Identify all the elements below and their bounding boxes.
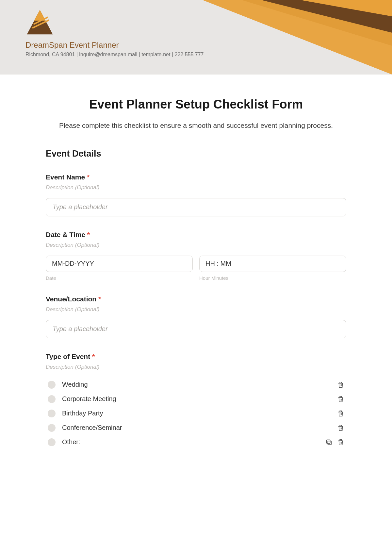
logo-icon bbox=[25, 8, 54, 37]
radio-button[interactable] bbox=[48, 395, 56, 403]
field-label: Date & Time * bbox=[46, 231, 346, 239]
form-subtitle: Please complete this checklist to ensure… bbox=[46, 120, 346, 131]
radio-label: Other: bbox=[62, 438, 321, 446]
field-type-of-event: Type of Event * Description (Optional) W… bbox=[46, 353, 346, 449]
venue-input[interactable] bbox=[46, 320, 346, 338]
svg-rect-8 bbox=[328, 441, 331, 445]
radio-list: Wedding Corporate Meeting Birthday Party… bbox=[46, 378, 346, 449]
radio-label: Birthday Party bbox=[62, 410, 333, 417]
form-title: Event Planner Setup Checklist Form bbox=[46, 97, 346, 111]
label-text: Venue/Location bbox=[46, 295, 96, 303]
section-heading-event-details: Event Details bbox=[46, 149, 346, 159]
time-sublabel: Hour Minutes bbox=[199, 275, 346, 281]
datetime-row: Date Hour Minutes bbox=[46, 256, 346, 281]
form-content: Event Planner Setup Checklist Form Pleas… bbox=[46, 75, 346, 463]
time-input[interactable] bbox=[199, 256, 346, 272]
field-label: Event Name * bbox=[46, 173, 346, 181]
radio-label: Corporate Meeting bbox=[62, 395, 333, 403]
trash-icon[interactable] bbox=[337, 410, 344, 417]
field-description: Description (Optional) bbox=[46, 306, 346, 313]
time-column: Hour Minutes bbox=[199, 256, 346, 281]
trash-icon[interactable] bbox=[337, 395, 344, 403]
radio-option-birthday: Birthday Party bbox=[46, 406, 346, 421]
trash-icon[interactable] bbox=[337, 424, 344, 432]
radio-button[interactable] bbox=[48, 438, 56, 446]
label-text: Event Name bbox=[46, 173, 85, 181]
radio-button[interactable] bbox=[48, 424, 56, 432]
radio-label: Conference/Seminar bbox=[62, 424, 333, 431]
field-label: Venue/Location * bbox=[46, 295, 346, 303]
label-text: Type of Event bbox=[46, 353, 90, 360]
trash-icon[interactable] bbox=[337, 381, 344, 389]
date-input[interactable] bbox=[46, 256, 193, 272]
radio-option-corporate: Corporate Meeting bbox=[46, 392, 346, 406]
trash-icon[interactable] bbox=[337, 438, 344, 446]
field-event-name: Event Name * Description (Optional) bbox=[46, 173, 346, 216]
radio-button[interactable] bbox=[48, 381, 56, 389]
date-column: Date bbox=[46, 256, 193, 281]
company-name: DreamSpan Event Planner bbox=[25, 41, 204, 50]
company-sub: Richmond, CA 94801 | inquire@dreamspan.m… bbox=[25, 52, 204, 58]
field-description: Description (Optional) bbox=[46, 364, 346, 370]
date-sublabel: Date bbox=[46, 275, 193, 281]
required-mark: * bbox=[87, 231, 90, 238]
required-mark: * bbox=[87, 173, 90, 181]
page-header: DreamSpan Event Planner Richmond, CA 948… bbox=[0, 0, 392, 75]
radio-option-conference: Conference/Seminar bbox=[46, 421, 346, 435]
field-venue: Venue/Location * Description (Optional) bbox=[46, 295, 346, 338]
field-description: Description (Optional) bbox=[46, 242, 346, 248]
event-name-input[interactable] bbox=[46, 198, 346, 216]
radio-label: Wedding bbox=[62, 381, 333, 388]
radio-button[interactable] bbox=[48, 410, 56, 417]
svg-rect-9 bbox=[327, 440, 330, 443]
field-description: Description (Optional) bbox=[46, 184, 346, 191]
copy-icon[interactable] bbox=[325, 438, 333, 446]
radio-option-other: Other: bbox=[46, 435, 346, 449]
logo-block: DreamSpan Event Planner Richmond, CA 948… bbox=[25, 8, 204, 58]
required-mark: * bbox=[92, 353, 95, 360]
radio-option-wedding: Wedding bbox=[46, 378, 346, 392]
field-label: Type of Event * bbox=[46, 353, 346, 361]
label-text: Date & Time bbox=[46, 231, 85, 238]
header-graphic bbox=[183, 0, 392, 75]
field-date-time: Date & Time * Description (Optional) Dat… bbox=[46, 231, 346, 281]
required-mark: * bbox=[98, 295, 101, 303]
